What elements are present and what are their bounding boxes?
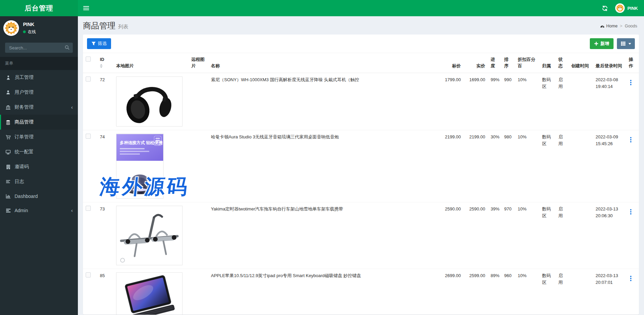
funnel-icon bbox=[91, 42, 96, 46]
main-content: 商品管理列表 Home > Goods 筛选 新增 bbox=[78, 16, 644, 315]
product-image-headphones[interactable] bbox=[116, 76, 183, 127]
row-actions-button[interactable] bbox=[629, 275, 633, 282]
col-header-sort: 排序 bbox=[501, 53, 515, 73]
cell-last-login: 2022-03-13 20:07:01 bbox=[593, 269, 626, 315]
sidebar-menu: 员工管理 用户管理 财务管理 ‹ 商品管理 订单管理 bbox=[0, 70, 78, 218]
filter-button-label: 筛选 bbox=[98, 41, 107, 47]
cell-real-price: 2599.00 bbox=[464, 269, 488, 315]
app-logo[interactable]: 后台管理 bbox=[0, 0, 78, 16]
col-header-actions: 操作 bbox=[626, 53, 639, 73]
cell-progress: 39% bbox=[488, 202, 501, 269]
breadcrumb-home-link[interactable]: Home bbox=[600, 24, 618, 28]
sidebar-item-finance[interactable]: 财务管理 ‹ bbox=[0, 100, 78, 115]
table-header-row: ID 本地图片 远程图片 名称 标价 实价 进度 排序 折扣百分百 归属 状态 … bbox=[83, 53, 639, 73]
select-all-checkbox[interactable] bbox=[86, 57, 91, 62]
row-checkbox[interactable] bbox=[86, 272, 91, 277]
refresh-icon bbox=[602, 5, 608, 12]
col-header-created: 创建时间 bbox=[568, 53, 593, 73]
sidebar-item-label: Admin bbox=[15, 208, 28, 213]
sort-icon[interactable] bbox=[100, 64, 103, 68]
grid-icon bbox=[621, 41, 626, 46]
sidebar-item-orders[interactable]: 订单管理 bbox=[0, 130, 78, 144]
navbar-user-menu[interactable]: PINK bbox=[613, 0, 644, 16]
user-icon bbox=[5, 90, 11, 95]
search-input[interactable] bbox=[5, 43, 73, 53]
sidebar-item-label: 订单管理 bbox=[15, 134, 34, 140]
row-checkbox[interactable] bbox=[86, 206, 91, 211]
sidebar-username: PINK bbox=[23, 22, 36, 27]
cell-last-login: 2022-03-13 20:06:30 bbox=[593, 202, 626, 269]
cell-sort: 960 bbox=[501, 269, 515, 315]
columns-dropdown-button[interactable] bbox=[617, 38, 635, 49]
sidebar-item-employees[interactable]: 员工管理 bbox=[0, 70, 78, 85]
cell-real-price: 2590.00 bbox=[464, 202, 488, 269]
search-icon[interactable] bbox=[65, 45, 70, 50]
sidebar-item-users[interactable]: 用户管理 bbox=[0, 85, 78, 100]
chevron-left-icon: ‹ bbox=[71, 106, 73, 109]
sidebar-item-label: 商品管理 bbox=[15, 119, 34, 125]
refresh-button[interactable] bbox=[598, 0, 613, 16]
cell-progress: 30% bbox=[488, 130, 501, 202]
sidebar-item-invite-codes[interactable]: 邀请码 bbox=[0, 159, 78, 174]
bank-icon bbox=[5, 105, 11, 110]
cell-sort: 980 bbox=[501, 130, 515, 202]
goods-table-card: 筛选 新增 bbox=[83, 35, 639, 315]
sidebar-item-label: 用户管理 bbox=[15, 89, 34, 95]
employee-icon bbox=[5, 75, 11, 80]
sidebar-item-goods[interactable]: 商品管理 bbox=[0, 115, 78, 130]
add-button[interactable]: 新增 bbox=[590, 38, 614, 49]
col-header-remote-image: 远程图片 bbox=[189, 53, 208, 73]
col-header-name: 名称 bbox=[208, 53, 437, 73]
cell-created bbox=[568, 202, 593, 269]
product-image-speaker[interactable]: 多种连接方式 轻松便携 bbox=[116, 134, 164, 199]
breadcrumb-separator: > bbox=[620, 24, 622, 28]
menu-section-header: 菜单 bbox=[0, 57, 78, 70]
page-subtitle: 列表 bbox=[118, 24, 128, 29]
row-actions-button[interactable] bbox=[629, 208, 633, 215]
sidebar-item-config[interactable]: 统一配置 bbox=[0, 144, 78, 159]
col-header-id[interactable]: ID bbox=[97, 53, 113, 73]
row-actions-button[interactable] bbox=[629, 136, 633, 143]
log-lines-icon bbox=[5, 180, 11, 184]
sidebar-item-label: Dashboard bbox=[15, 194, 38, 199]
page-title: 商品管理 bbox=[83, 21, 115, 30]
cell-remote-image bbox=[189, 202, 208, 269]
product-image-bike-rack[interactable] bbox=[116, 206, 183, 265]
cell-discount: 10% bbox=[515, 202, 539, 269]
cell-discount: 10% bbox=[515, 73, 539, 130]
sidebar-item-label: 邀请码 bbox=[15, 164, 29, 170]
cell-real-price: 1699.00 bbox=[464, 73, 488, 130]
product-image-ipad-keyboard[interactable] bbox=[116, 272, 183, 315]
sidebar-user-panel: PINK 在线 bbox=[0, 16, 78, 40]
online-status-label: 在线 bbox=[28, 29, 36, 35]
cell-status: 启用 bbox=[556, 202, 568, 269]
bar-chart-icon bbox=[5, 194, 11, 199]
sidebar-toggle-button[interactable] bbox=[78, 0, 94, 16]
cell-real-price: 2199.00 bbox=[464, 130, 488, 202]
cart-icon bbox=[5, 135, 11, 140]
sidebar-item-logs[interactable]: 日志 bbox=[0, 174, 78, 189]
online-dot-icon bbox=[23, 30, 26, 33]
cell-list-price: 1799.00 bbox=[437, 73, 464, 130]
plus-icon bbox=[594, 42, 598, 46]
cell-created bbox=[568, 73, 593, 130]
table-row: 73 bbox=[83, 202, 639, 269]
svg-text:多种连接方式 轻松便携: 多种连接方式 轻松便携 bbox=[120, 140, 163, 145]
row-actions-button[interactable] bbox=[629, 79, 633, 86]
avatar[interactable] bbox=[3, 20, 19, 36]
sidebar-item-label: 日志 bbox=[15, 179, 24, 185]
cell-remote-image bbox=[189, 130, 208, 202]
row-checkbox[interactable] bbox=[86, 134, 91, 139]
filter-button[interactable]: 筛选 bbox=[87, 38, 111, 49]
sidebar-item-dashboard[interactable]: Dashboard bbox=[0, 189, 78, 203]
row-checkbox[interactable] bbox=[86, 76, 91, 82]
lion-avatar-icon bbox=[3, 20, 19, 36]
sidebar-item-admin[interactable]: Admin ‹ bbox=[0, 203, 78, 218]
breadcrumb-current: Goods bbox=[625, 24, 637, 28]
cell-created bbox=[568, 269, 593, 315]
cell-name: Yakima定时器twotimer汽车拖车钩自行车架山地雪地单车架车载携带 bbox=[208, 202, 437, 269]
sidebar-item-label: 员工管理 bbox=[15, 74, 34, 81]
cell-category: 数码区 bbox=[539, 269, 556, 315]
building-icon bbox=[5, 164, 11, 170]
col-header-id-label: ID bbox=[100, 57, 111, 63]
